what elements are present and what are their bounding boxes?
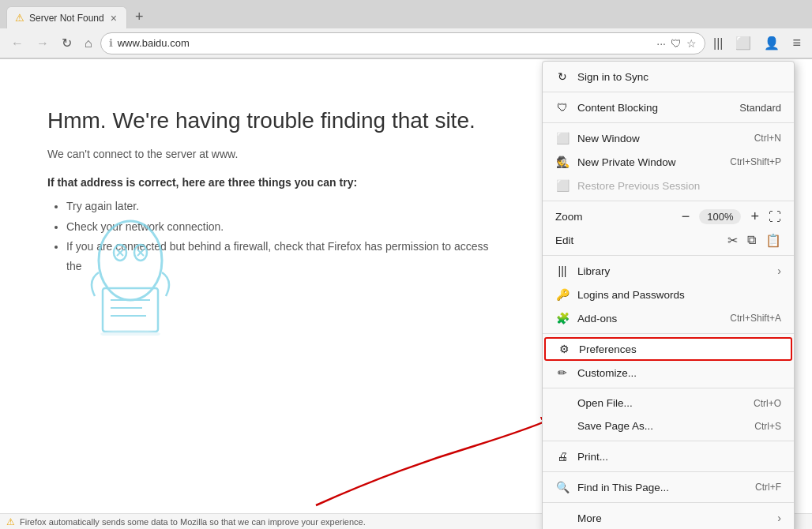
- zoom-group: Zoom − 100% + ⛶: [543, 204, 794, 229]
- tab-close-button[interactable]: ×: [109, 12, 118, 24]
- menu-item-new-window[interactable]: ⬜ New Window Ctrl+N: [543, 126, 794, 150]
- menu-divider: [543, 471, 794, 472]
- zoom-decrease-button[interactable]: −: [679, 208, 694, 225]
- new-tab-button[interactable]: +: [130, 9, 148, 25]
- error-title: Hmm. We're having trouble finding that s…: [47, 107, 506, 135]
- address-more-icon[interactable]: ···: [656, 37, 666, 50]
- tab-title: Server Not Found: [29, 13, 104, 24]
- more-label: More: [577, 512, 769, 524]
- tab-warning-icon: ⚠: [15, 12, 24, 24]
- more-arrow: ›: [777, 512, 781, 524]
- addons-icon: 🧩: [555, 312, 570, 325]
- paste-icon[interactable]: 📋: [765, 233, 781, 248]
- address-text: www.baidu.com: [118, 37, 652, 49]
- menu-item-customize[interactable]: ✏ Customize...: [543, 361, 794, 385]
- menu-item-more[interactable]: More ›: [543, 506, 794, 529]
- error-description: We can't connect to the server at www.: [47, 148, 506, 160]
- menu-item-new-private-window[interactable]: 🕵 New Private Window Ctrl+Shift+P: [543, 150, 794, 174]
- new-window-icon: ⬜: [555, 132, 570, 144]
- open-file-shortcut: Ctrl+O: [754, 398, 781, 409]
- find-label: Find in This Page...: [577, 482, 747, 493]
- library-icon: |||: [555, 264, 570, 277]
- menu-item-open-file[interactable]: Open File... Ctrl+O: [543, 392, 794, 415]
- zoom-value: 100%: [699, 209, 741, 224]
- find-shortcut: Ctrl+F: [755, 482, 781, 493]
- menu-item-library[interactable]: ||| Library ›: [543, 259, 794, 283]
- new-window-shortcut: Ctrl+N: [754, 133, 781, 144]
- status-text: Firefox automatically sends some data to…: [20, 517, 366, 527]
- home-button[interactable]: ⌂: [80, 33, 97, 54]
- status-warning-icon: ⚠: [6, 516, 15, 527]
- edit-icons: ✂ ⧉ 📋: [727, 233, 781, 248]
- menu-item-logins[interactable]: 🔑 Logins and Passwords: [543, 283, 794, 306]
- address-bar[interactable]: ℹ www.baidu.com ··· 🛡 ☆: [100, 32, 705, 54]
- responsive-button[interactable]: ⬜: [731, 32, 756, 54]
- menu-item-find[interactable]: 🔍 Find in This Page... Ctrl+F: [543, 475, 794, 499]
- svg-rect-7: [103, 288, 158, 332]
- menu-item-content-blocking[interactable]: 🛡 Content Blocking Standard: [543, 96, 794, 119]
- logins-icon: 🔑: [555, 288, 570, 301]
- menu-divider: [543, 502, 794, 503]
- menu-item-restore-session: ⬜ Restore Previous Session: [543, 174, 794, 197]
- preferences-label: Preferences: [579, 343, 780, 355]
- find-icon: 🔍: [555, 481, 570, 493]
- customize-icon: ✏: [555, 366, 570, 379]
- zoom-label: Zoom: [555, 211, 672, 223]
- menu-button[interactable]: ≡: [788, 32, 806, 54]
- cut-icon[interactable]: ✂: [727, 233, 738, 248]
- mascot-illustration: [79, 201, 182, 336]
- menu-divider: [543, 441, 794, 441]
- new-private-window-label: New Private Window: [577, 156, 722, 168]
- navigation-bar: ← → ↻ ⌂ ℹ www.baidu.com ··· 🛡 ☆ ||| ⬜ 👤 …: [0, 28, 812, 58]
- save-page-label: Save Page As...: [577, 420, 746, 432]
- avatar-button[interactable]: 👤: [759, 32, 784, 54]
- menu-divider: [543, 201, 794, 201]
- active-tab[interactable]: ⚠ Server Not Found ×: [6, 6, 127, 28]
- back-button[interactable]: ←: [6, 33, 28, 54]
- library-label: Library: [577, 265, 769, 277]
- address-info-icon: ℹ: [109, 37, 113, 49]
- reload-button[interactable]: ↻: [57, 32, 77, 54]
- restore-session-icon: ⬜: [555, 179, 570, 192]
- bookmarks-button[interactable]: |||: [709, 33, 727, 54]
- addons-shortcut: Ctrl+Shift+A: [730, 313, 781, 324]
- content-blocking-value: Standard: [739, 102, 781, 114]
- preferences-icon: ⚙: [557, 343, 571, 355]
- edit-label: Edit: [555, 234, 721, 246]
- address-shield-icon[interactable]: 🛡: [671, 37, 682, 50]
- sign-in-sync-label: Sign in to Sync: [577, 71, 781, 83]
- menu-divider: [543, 388, 794, 388]
- menu-item-addons[interactable]: 🧩 Add-ons Ctrl+Shift+A: [543, 306, 794, 330]
- error-bold-text: If that address is correct, here are thr…: [47, 176, 506, 189]
- menu-item-sign-in-sync[interactable]: ↻ Sign in to Sync: [543, 65, 794, 88]
- restore-session-label: Restore Previous Session: [577, 180, 781, 192]
- edit-group: Edit ✂ ⧉ 📋: [543, 229, 794, 252]
- menu-divider: [543, 92, 794, 92]
- address-bookmark-icon[interactable]: ☆: [686, 37, 697, 50]
- tab-bar: ⚠ Server Not Found × +: [0, 0, 812, 28]
- print-label: Print...: [577, 451, 781, 463]
- dropdown-menu: ↻ Sign in to Sync 🛡 Content Blocking Sta…: [542, 61, 795, 529]
- sync-icon: ↻: [555, 70, 570, 83]
- open-file-label: Open File...: [577, 397, 746, 409]
- print-icon: 🖨: [555, 450, 570, 463]
- menu-divider: [543, 255, 794, 256]
- content-blocking-label: Content Blocking: [577, 102, 731, 114]
- logins-label: Logins and Passwords: [577, 289, 781, 301]
- menu-item-save-page[interactable]: Save Page As... Ctrl+S: [543, 415, 794, 437]
- copy-icon[interactable]: ⧉: [747, 233, 756, 248]
- forward-button[interactable]: →: [32, 33, 54, 54]
- customize-label: Customize...: [577, 367, 781, 379]
- shield-menu-icon: 🛡: [555, 101, 570, 114]
- private-window-icon: 🕵: [555, 156, 570, 168]
- menu-item-preferences[interactable]: ⚙ Preferences: [544, 337, 792, 361]
- zoom-fullscreen-button[interactable]: ⛶: [769, 210, 781, 224]
- menu-item-print[interactable]: 🖨 Print...: [543, 445, 794, 468]
- addons-label: Add-ons: [577, 313, 722, 325]
- address-bar-icons: ··· 🛡 ☆: [656, 37, 697, 50]
- zoom-increase-button[interactable]: +: [747, 208, 762, 225]
- save-page-shortcut: Ctrl+S: [754, 421, 781, 432]
- toolbar-right: ||| ⬜ 👤 ≡: [709, 32, 806, 54]
- new-window-label: New Window: [577, 133, 746, 144]
- menu-divider: [543, 333, 794, 334]
